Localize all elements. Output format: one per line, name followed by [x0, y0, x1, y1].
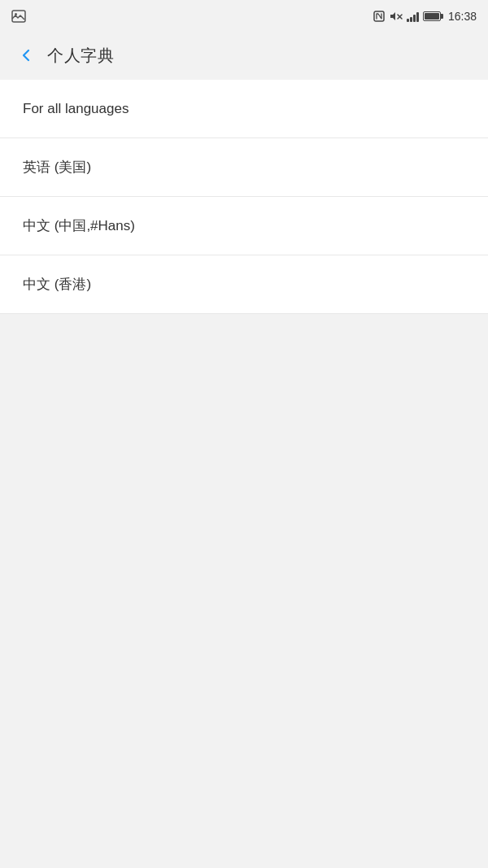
list-item-label-chinese-hans: 中文 (中国,#Hans) [23, 216, 135, 235]
nfc-icon [373, 10, 386, 23]
list-item-all-languages[interactable]: For all languages [0, 80, 488, 138]
status-icons: 16:38 [373, 10, 477, 23]
image-icon [11, 10, 26, 23]
battery-icon [423, 11, 441, 21]
language-list: For all languages英语 (美国)中文 (中国,#Hans)中文 … [0, 80, 488, 314]
signal-icon [407, 11, 419, 22]
battery-body [423, 11, 441, 21]
status-bar-left [11, 10, 26, 23]
list-item-label-chinese-hk: 中文 (香港) [23, 275, 91, 294]
svg-rect-2 [374, 11, 384, 21]
list-item-chinese-hk[interactable]: 中文 (香港) [0, 255, 488, 314]
list-item-label-all-languages: For all languages [23, 101, 129, 117]
mute-icon [390, 10, 403, 23]
status-time: 16:38 [448, 10, 477, 23]
list-item-label-english-us: 英语 (美国) [23, 158, 91, 177]
status-bar: 16:38 [0, 0, 488, 33]
nav-bar: 个人字典 [0, 33, 488, 78]
list-item-chinese-hans[interactable]: 中文 (中国,#Hans) [0, 197, 488, 255]
back-button[interactable] [11, 41, 41, 70]
list-item-english-us[interactable]: 英语 (美国) [0, 138, 488, 197]
page-title: 个人字典 [47, 45, 114, 67]
battery-fill [425, 13, 439, 20]
